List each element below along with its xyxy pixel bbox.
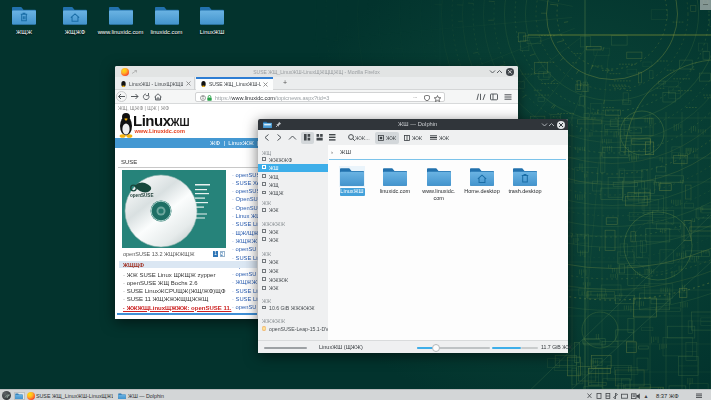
svg-text:openSUSE: openSUSE <box>130 193 153 198</box>
